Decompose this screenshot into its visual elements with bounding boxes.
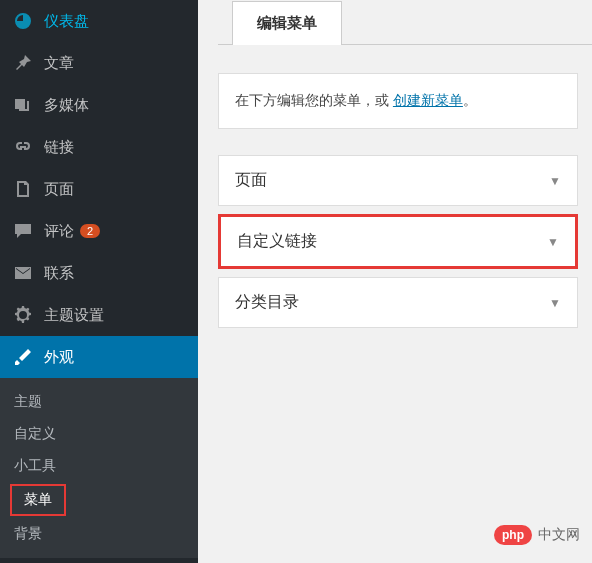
accordion-label: 页面 (235, 170, 267, 191)
page-icon (12, 178, 34, 200)
submenu-widgets[interactable]: 小工具 (0, 450, 198, 482)
accordion-label: 自定义链接 (237, 231, 317, 252)
pin-icon (12, 52, 34, 74)
sidebar-item-posts[interactable]: 文章 (0, 42, 198, 84)
sidebar-item-dashboard[interactable]: 仪表盘 (0, 0, 198, 42)
sidebar-item-label: 主题设置 (44, 306, 104, 325)
chevron-down-icon: ▼ (549, 296, 561, 310)
tab-edit-menu[interactable]: 编辑菜单 (232, 1, 342, 45)
tab-bar: 编辑菜单 (218, 0, 592, 45)
sidebar-item-label: 多媒体 (44, 96, 89, 115)
accordion-categories[interactable]: 分类目录 ▼ (218, 277, 578, 328)
sidebar-item-theme-settings[interactable]: 主题设置 (0, 294, 198, 336)
helper-panel: 在下方编辑您的菜单，或 创建新菜单。 (218, 73, 578, 129)
main-content: 编辑菜单 在下方编辑您的菜单，或 创建新菜单。 页面 ▼ 自定义链接 ▼ 分类目… (198, 0, 592, 563)
sidebar-item-label: 页面 (44, 180, 74, 199)
dashboard-icon (12, 10, 34, 32)
sidebar-item-label: 文章 (44, 54, 74, 73)
sidebar-item-label: 仪表盘 (44, 12, 89, 31)
accordion-custom-links[interactable]: 自定义链接 ▼ (218, 214, 578, 269)
sidebar-item-media[interactable]: 多媒体 (0, 84, 198, 126)
watermark: php 中文网 (494, 525, 580, 545)
accordion-group: 页面 ▼ 自定义链接 ▼ 分类目录 ▼ (218, 155, 578, 328)
submenu-themes[interactable]: 主题 (0, 386, 198, 418)
comment-count-badge: 2 (80, 224, 100, 238)
sidebar-item-appearance[interactable]: 外观 (0, 336, 198, 378)
appearance-submenu: 主题 自定义 小工具 菜单 背景 (0, 378, 198, 558)
submenu-menus[interactable]: 菜单 (10, 484, 66, 516)
comment-icon (12, 220, 34, 242)
brush-icon (12, 346, 34, 368)
media-icon (12, 94, 34, 116)
watermark-text: 中文网 (538, 526, 580, 544)
admin-sidebar: 仪表盘 文章 多媒体 链接 页面 评论 2 联系 主题设置 外观 主题 自定义 … (0, 0, 198, 563)
sidebar-item-pages[interactable]: 页面 (0, 168, 198, 210)
submenu-customize[interactable]: 自定义 (0, 418, 198, 450)
sidebar-item-label: 链接 (44, 138, 74, 157)
sidebar-item-label: 联系 (44, 264, 74, 283)
chevron-down-icon: ▼ (549, 174, 561, 188)
link-icon (12, 136, 34, 158)
sidebar-item-comments[interactable]: 评论 2 (0, 210, 198, 252)
sidebar-item-label: 外观 (44, 348, 74, 367)
helper-prefix: 在下方编辑您的菜单，或 (235, 92, 389, 108)
chevron-down-icon: ▼ (547, 235, 559, 249)
accordion-pages[interactable]: 页面 ▼ (218, 155, 578, 206)
sidebar-item-contact[interactable]: 联系 (0, 252, 198, 294)
create-menu-link[interactable]: 创建新菜单 (393, 92, 463, 108)
sidebar-item-links[interactable]: 链接 (0, 126, 198, 168)
submenu-background[interactable]: 背景 (0, 518, 198, 550)
helper-suffix: 。 (463, 92, 477, 108)
mail-icon (12, 262, 34, 284)
watermark-badge: php (494, 525, 532, 545)
accordion-label: 分类目录 (235, 292, 299, 313)
sidebar-item-label: 评论 (44, 222, 74, 241)
gear-icon (12, 304, 34, 326)
